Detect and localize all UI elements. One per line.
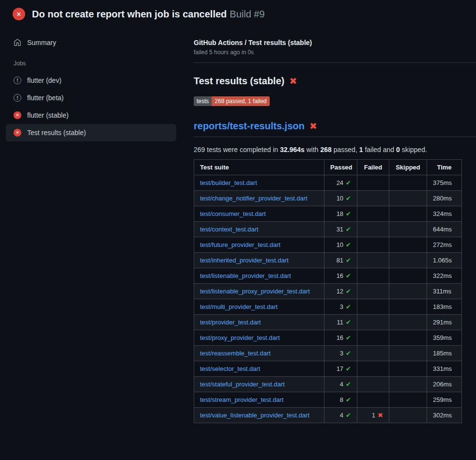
- table-row: test/proxy_provider_test.dart16✔359ms: [194, 330, 462, 346]
- time-cell: 302ms: [427, 408, 462, 423]
- suite-cell: test/proxy_provider_test.dart: [194, 330, 324, 346]
- failed-run-icon: ✕: [13, 8, 25, 20]
- failed-cell: [357, 346, 389, 361]
- results-table-body: test/builder_test.dart24✔375mstest/chang…: [194, 175, 462, 423]
- sidebar-item-label: flutter (beta): [27, 94, 63, 102]
- run-build-number: Build #9: [230, 9, 264, 19]
- summary-passed-count: 268: [321, 146, 332, 153]
- summary-text: 269 tests were completed in: [194, 146, 280, 153]
- failed-cell: [357, 315, 389, 330]
- table-row: test/builder_test.dart24✔375ms: [194, 175, 462, 191]
- suite-link[interactable]: test/reassemble_test.dart: [200, 350, 271, 357]
- check-icon: ✔: [346, 195, 351, 202]
- time-cell: 259ms: [427, 392, 462, 408]
- section-title-row: Test results (stable) ✖: [194, 76, 476, 87]
- suite-cell: test/listenable_proxy_provider_test.dart: [194, 284, 324, 299]
- passed-cell: 10✔: [324, 237, 357, 253]
- divider: [194, 62, 476, 63]
- passed-cell: 3✔: [324, 299, 357, 315]
- skipped-cell: [389, 315, 427, 330]
- skipped-cell: [389, 253, 427, 268]
- check-icon: ✔: [346, 288, 351, 295]
- neutral-status-icon: !: [14, 94, 21, 102]
- suite-link[interactable]: test/inherited_provider_test.dart: [200, 257, 289, 264]
- failed-status-icon: ✕: [14, 111, 21, 119]
- suite-cell: test/stream_provider_test.dart: [194, 392, 324, 408]
- time-cell: 644ms: [427, 222, 462, 237]
- skipped-cell: [389, 206, 427, 222]
- failed-cell: [357, 191, 389, 206]
- sidebar-item-flutter-stable[interactable]: ✕flutter (stable): [6, 107, 176, 124]
- failed-cell: [357, 253, 389, 268]
- skipped-cell: [389, 361, 427, 377]
- main-content: GitHub Actions / Test results (stable) f…: [182, 27, 476, 443]
- run-title-line: Do not create report when job is cancell…: [32, 9, 265, 20]
- sidebar-item-summary[interactable]: Summary: [6, 34, 176, 51]
- table-row: test/consumer_test.dart18✔324ms: [194, 206, 462, 222]
- failed-cell: [357, 377, 389, 392]
- table-row: test/provider_test.dart11✔291ms: [194, 315, 462, 330]
- suite-cell: test/reassemble_test.dart: [194, 346, 324, 361]
- table-row: test/value_listenable_provider_test.dart…: [194, 408, 462, 423]
- table-row: test/reassemble_test.dart3✔185ms: [194, 346, 462, 361]
- check-icon: ✔: [346, 257, 351, 264]
- table-row: test/listenable_provider_test.dart16✔322…: [194, 268, 462, 284]
- run-title: Do not create report when job is cancell…: [32, 9, 227, 19]
- suite-link[interactable]: test/value_listenable_provider_test.dart: [200, 412, 309, 419]
- suite-link[interactable]: test/stream_provider_test.dart: [200, 396, 284, 403]
- failed-cell: [357, 268, 389, 284]
- sidebar-item-flutter-dev[interactable]: !flutter (dev): [6, 72, 176, 89]
- passed-cell: 81✔: [324, 253, 357, 268]
- suite-link[interactable]: test/proxy_provider_test.dart: [200, 334, 280, 341]
- suite-link[interactable]: test/context_test.dart: [200, 226, 259, 233]
- report-file-link[interactable]: reports/test-results.json: [194, 121, 305, 132]
- suite-link[interactable]: test/consumer_test.dart: [200, 210, 266, 217]
- passed-cell: 31✔: [324, 222, 357, 237]
- report-failed-x-icon: ✖: [309, 122, 317, 131]
- passed-cell: 18✔: [324, 206, 357, 222]
- check-icon: ✔: [346, 210, 351, 217]
- passed-cell: 11✔: [324, 315, 357, 330]
- suite-cell: test/provider_test.dart: [194, 315, 324, 330]
- neutral-status-icon: !: [14, 77, 21, 84]
- table-row: test/stateful_provider_test.dart4✔206ms: [194, 377, 462, 392]
- suite-link[interactable]: test/future_provider_test.dart: [200, 241, 280, 248]
- failed-status-icon: ✕: [14, 129, 21, 137]
- table-row: test/future_provider_test.dart10✔272ms: [194, 237, 462, 253]
- suite-cell: test/future_provider_test.dart: [194, 237, 324, 253]
- table-row: test/selector_test.dart17✔331ms: [194, 361, 462, 377]
- column-header-test-suite: Test suite: [194, 160, 324, 175]
- failed-cell: [357, 284, 389, 299]
- passed-cell: 16✔: [324, 268, 357, 284]
- time-cell: 272ms: [427, 237, 462, 253]
- suite-link[interactable]: test/change_notifier_provider_test.dart: [200, 195, 307, 202]
- skipped-cell: [389, 346, 427, 361]
- suite-cell: test/multi_provider_test.dart: [194, 299, 324, 315]
- time-cell: 280ms: [427, 191, 462, 206]
- suite-cell: test/builder_test.dart: [194, 175, 324, 191]
- suite-cell: test/consumer_test.dart: [194, 206, 324, 222]
- tests-badge: tests 268 passed, 1 failed: [194, 96, 270, 106]
- sidebar-item-test-results-stable[interactable]: ✕Test results (stable): [6, 124, 176, 141]
- failed-x-icon: ✖: [289, 77, 297, 86]
- failed-cell: [357, 392, 389, 408]
- suite-cell: test/listenable_provider_test.dart: [194, 268, 324, 284]
- suite-link[interactable]: test/provider_test.dart: [200, 319, 261, 326]
- table-row: test/multi_provider_test.dart3✔183ms: [194, 299, 462, 315]
- report-title-row: reports/test-results.json ✖: [194, 121, 476, 137]
- time-cell: 311ms: [427, 284, 462, 299]
- suite-link[interactable]: test/selector_test.dart: [200, 365, 260, 372]
- passed-cell: 24✔: [324, 175, 357, 191]
- sidebar-item-flutter-beta[interactable]: !flutter (beta): [6, 89, 176, 107]
- time-cell: 185ms: [427, 346, 462, 361]
- sidebar-item-label: flutter (dev): [27, 77, 61, 84]
- suite-link[interactable]: test/builder_test.dart: [200, 179, 257, 186]
- suite-link[interactable]: test/listenable_proxy_provider_test.dart: [200, 288, 310, 295]
- suite-link[interactable]: test/multi_provider_test.dart: [200, 303, 277, 310]
- badge-label: tests: [194, 96, 212, 106]
- badge-value: 268 passed, 1 failed: [212, 96, 269, 106]
- suite-link[interactable]: test/listenable_provider_test.dart: [200, 272, 291, 279]
- run-meta: failed 5 hours ago in 0s: [194, 49, 476, 56]
- suite-link[interactable]: test/stateful_provider_test.dart: [200, 381, 285, 388]
- failed-cell: [357, 175, 389, 191]
